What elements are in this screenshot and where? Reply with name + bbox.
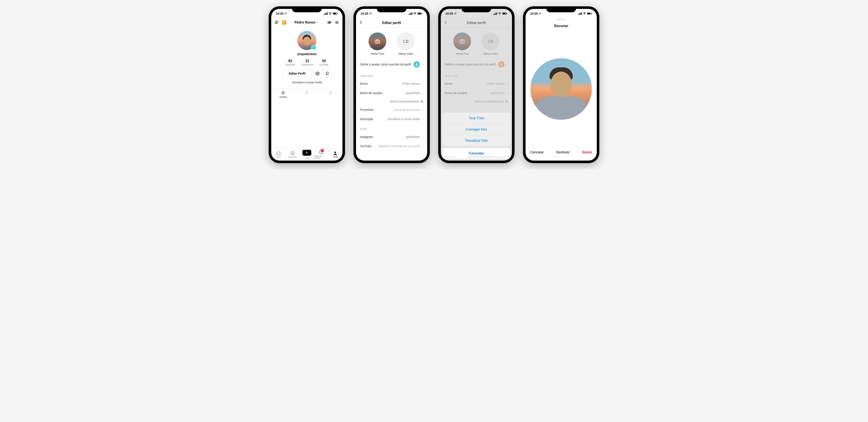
svg-rect-46 bbox=[579, 13, 580, 15]
nav-home[interactable]: Início bbox=[271, 148, 285, 161]
tab-liked[interactable] bbox=[295, 88, 319, 97]
svg-point-42 bbox=[501, 63, 502, 65]
svg-rect-24 bbox=[422, 13, 422, 14]
nav-discover[interactable]: Descobrir bbox=[285, 148, 300, 161]
stat-following[interactable]: 82 Seguindo bbox=[285, 59, 295, 66]
avatar-icon bbox=[498, 61, 504, 68]
svg-rect-33 bbox=[495, 13, 496, 15]
svg-point-11 bbox=[317, 73, 318, 74]
camera-icon bbox=[374, 38, 380, 44]
inbox-badge: 7 bbox=[321, 149, 324, 152]
username-row[interactable]: Nome de usuário opedrohen› bbox=[356, 88, 427, 98]
svg-rect-7 bbox=[337, 13, 338, 14]
svg-rect-30 bbox=[421, 100, 422, 102]
svg-rect-48 bbox=[581, 12, 582, 15]
change-photo-button[interactable]: Alterar Foto bbox=[369, 32, 386, 55]
signal-icon bbox=[493, 12, 497, 15]
edit-profile-button[interactable]: Editar Perfil bbox=[282, 69, 312, 78]
change-photo-button: Alterar Foto bbox=[453, 32, 471, 55]
sheet-take-photo[interactable]: Tirar Foto bbox=[442, 113, 510, 124]
section-social: Social bbox=[356, 124, 427, 132]
pronouns-row[interactable]: Pronomes Adicionar pronomes› bbox=[356, 105, 427, 115]
svg-rect-34 bbox=[497, 12, 497, 15]
battery-icon bbox=[417, 12, 423, 15]
svg-point-49 bbox=[584, 14, 585, 15]
svg-rect-41 bbox=[489, 40, 491, 42]
eye-icon[interactable] bbox=[327, 20, 332, 25]
crop-undo-button[interactable]: Desfazer bbox=[556, 151, 569, 154]
svg-rect-20 bbox=[412, 12, 412, 15]
nav-create[interactable]: + Criar bbox=[300, 148, 314, 161]
wifi-icon bbox=[329, 12, 332, 15]
video-icon bbox=[403, 38, 409, 44]
bio-text: Jornalista e social media bbox=[292, 81, 322, 84]
profile-title-dropdown[interactable]: Pedro Nunes bbox=[294, 21, 319, 24]
wifi-icon bbox=[413, 12, 416, 15]
svg-rect-45 bbox=[578, 14, 579, 15]
svg-point-28 bbox=[416, 63, 417, 65]
name-row[interactable]: Nome Pedro Nunes› bbox=[356, 79, 427, 88]
svg-point-35 bbox=[499, 14, 500, 15]
svg-rect-19 bbox=[411, 13, 411, 15]
svg-rect-29 bbox=[422, 101, 423, 102]
instagram-button[interactable] bbox=[313, 69, 322, 78]
username: @opedrohen bbox=[297, 52, 317, 56]
bookmark-button[interactable] bbox=[323, 69, 332, 78]
avatar-icon bbox=[413, 61, 420, 68]
svg-point-16 bbox=[335, 152, 336, 153]
section-about: Sobre você bbox=[356, 70, 427, 79]
svg-rect-32 bbox=[494, 13, 495, 15]
signal-icon bbox=[324, 12, 328, 15]
stat-likes[interactable]: 55 Curtidas bbox=[320, 59, 329, 66]
svg-rect-23 bbox=[418, 13, 421, 14]
svg-point-8 bbox=[276, 21, 277, 23]
signal-icon bbox=[409, 12, 412, 15]
page-title: Recortar bbox=[526, 21, 597, 31]
tab-private[interactable] bbox=[319, 88, 342, 97]
change-video-button[interactable]: Alterar Vídeo bbox=[397, 32, 415, 55]
profile-title: Pedro Nunes bbox=[294, 21, 315, 24]
crop-save-button[interactable]: Salvar bbox=[582, 151, 592, 154]
stat-followers[interactable]: 21 Seguidores bbox=[302, 59, 313, 66]
copy-icon bbox=[421, 100, 424, 103]
crop-preview[interactable] bbox=[526, 31, 597, 147]
description-row[interactable]: Descrição Jornalista e social media› bbox=[356, 115, 427, 124]
profile-url-row[interactable]: tiktok.com/@opedrohen bbox=[356, 98, 427, 105]
battery-icon bbox=[502, 12, 507, 15]
svg-rect-17 bbox=[409, 14, 409, 15]
svg-point-40 bbox=[461, 41, 463, 42]
sheet-load-photo[interactable]: Carregar foto bbox=[442, 124, 510, 135]
signal-icon bbox=[578, 12, 582, 15]
tab-grid[interactable] bbox=[271, 88, 295, 97]
svg-point-12 bbox=[318, 72, 318, 73]
avatar-add-icon[interactable]: + bbox=[311, 45, 316, 50]
location-icon bbox=[539, 12, 541, 15]
instagram-row[interactable]: Instagram opedrohen› bbox=[356, 132, 427, 141]
add-user-icon[interactable] bbox=[274, 20, 279, 25]
sheet-view-photo[interactable]: Visualizar foto bbox=[442, 135, 510, 146]
change-video-button: Alterar Vídeo bbox=[482, 32, 499, 55]
avatar[interactable]: + bbox=[297, 31, 316, 50]
svg-rect-47 bbox=[580, 13, 581, 15]
chevron-down-icon bbox=[316, 21, 319, 24]
crop-cancel-button[interactable]: Cancelar bbox=[530, 151, 544, 154]
svg-rect-52 bbox=[591, 13, 592, 14]
svg-point-9 bbox=[329, 22, 330, 23]
svg-rect-10 bbox=[316, 72, 319, 75]
drag-handle[interactable] bbox=[557, 19, 565, 20]
nav-inbox[interactable]: Caixa de entrada 7 bbox=[314, 148, 328, 161]
location-icon bbox=[369, 12, 372, 15]
svg-rect-0 bbox=[324, 14, 324, 15]
avatar-photo-row[interactable]: Definir o avatar como sua foto do perfil… bbox=[356, 58, 427, 70]
svg-rect-6 bbox=[333, 13, 336, 14]
svg-point-4 bbox=[330, 14, 331, 15]
battery-icon bbox=[333, 12, 338, 15]
youtube-row[interactable]: YouTube Adicionar YouTube ao seu perfil› bbox=[356, 141, 427, 151]
page-title: Editar perfil bbox=[444, 21, 509, 25]
wifi-icon bbox=[498, 12, 501, 15]
nav-profile[interactable]: Perfil bbox=[328, 148, 342, 161]
menu-icon[interactable] bbox=[334, 20, 340, 25]
svg-point-21 bbox=[415, 14, 415, 15]
coin-icon[interactable]: R$ bbox=[282, 20, 286, 25]
svg-rect-27 bbox=[404, 40, 407, 42]
